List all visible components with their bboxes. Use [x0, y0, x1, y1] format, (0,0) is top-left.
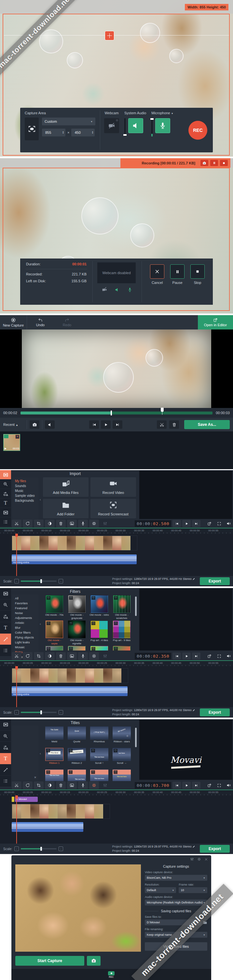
category-color-filters[interactable]: Color filters [13, 630, 38, 635]
video-preview[interactable] [139, 589, 232, 651]
properties-button[interactable] [67, 652, 77, 660]
category-mosaic[interactable]: Mosaic [13, 645, 38, 649]
filter-item[interactable]: ♡ Old movie - grayscale [67, 595, 87, 620]
properties-button[interactable] [67, 520, 77, 527]
previous-frame-button[interactable] [173, 520, 181, 527]
nav-item-backgrounds[interactable]: Backgrounds [13, 498, 38, 503]
capture-height-stepper[interactable]: 450 ▲▼ [71, 129, 95, 137]
pause-button[interactable] [210, 160, 218, 166]
heart-icon[interactable]: ♡ [114, 622, 118, 625]
undo-button[interactable]: Undo [27, 315, 54, 329]
recent-toggle[interactable]: Recent ▲ [3, 423, 24, 426]
delete-button[interactable] [56, 781, 66, 789]
sidebar-item-filters[interactable] [0, 633, 11, 645]
category-featured[interactable]: Featured [13, 606, 38, 611]
heart-icon[interactable]: ♡ [114, 770, 117, 774]
volume-button[interactable] [225, 782, 233, 789]
settings-button[interactable] [89, 652, 99, 660]
screenshot-button[interactable] [200, 160, 208, 166]
rotate-button[interactable] [23, 781, 33, 789]
properties-button[interactable] [67, 781, 77, 789]
audio-device-select[interactable]: Microphone (Realtek High Definition Audi… [145, 900, 207, 905]
playhead[interactable] [111, 410, 112, 415]
audio-track-clip[interactable] [12, 822, 83, 832]
sidebar-item-more[interactable] [0, 517, 11, 527]
color-adjustments-button[interactable] [45, 520, 55, 527]
video-track-clip[interactable] [12, 536, 137, 550]
cut-button[interactable] [12, 520, 22, 527]
fullscreen-button[interactable] [215, 652, 223, 660]
close-icon[interactable]: ✕ [34, 776, 36, 779]
share-button[interactable] [205, 782, 214, 789]
pencil-icon[interactable] [192, 578, 195, 581]
category-favorites[interactable]: Favorites [13, 601, 38, 606]
heart-icon[interactable]: ♡ [69, 622, 73, 625]
tools-button[interactable] [100, 652, 110, 660]
delete-capture-icon[interactable]: ✕ [15, 435, 19, 439]
title-item[interactable]: text here♡ Scroll → [112, 748, 132, 769]
redo-button[interactable]: Redo [54, 315, 80, 329]
crop-button[interactable] [34, 652, 44, 660]
slider-thumb[interactable] [151, 118, 154, 120]
video-track-clip[interactable] [12, 668, 128, 683]
capture-preset-select[interactable]: Custom ▼ [42, 118, 95, 125]
audio-track-clip[interactable]: morning-extra [12, 686, 128, 696]
open-in-editor-button[interactable]: Open in Editor [198, 315, 233, 329]
scale-thumb[interactable] [40, 710, 42, 714]
scale-thumb[interactable] [40, 847, 42, 851]
next-frame-button[interactable] [192, 782, 200, 789]
title-item[interactable]: Title text here♡ [112, 769, 132, 781]
title-item[interactable]: Title text here♡ [67, 769, 87, 781]
video-preview[interactable] [139, 471, 232, 519]
next-frame-button[interactable] [192, 652, 200, 660]
voiceover-button[interactable] [78, 520, 88, 527]
sidebar-item-import[interactable] [0, 588, 11, 600]
sidebar-item-transitions[interactable] [0, 489, 11, 498]
play-button[interactable] [182, 782, 191, 789]
scale-slider[interactable] [21, 581, 57, 582]
microphone-icon[interactable] [127, 286, 132, 293]
sidebar-item-import[interactable] [0, 719, 11, 730]
system-audio-toggle-button[interactable] [128, 118, 143, 133]
capture-frame-move-handle[interactable] [105, 31, 114, 40]
title-item[interactable]: Title text here♡ Scroll ↑ [89, 748, 109, 769]
heart-icon[interactable]: ♡ [69, 770, 73, 774]
zoom-out-button[interactable]: ▫ [14, 710, 19, 715]
heart-icon[interactable]: ♡ [46, 622, 51, 625]
microphone-toggle-button[interactable] [155, 118, 170, 133]
heart-icon[interactable]: ♡ [69, 647, 73, 651]
volume-button[interactable] [225, 652, 233, 660]
delete-button[interactable] [169, 420, 179, 429]
cut-button[interactable] [12, 781, 22, 789]
resolution-select[interactable]: Default▼ [145, 887, 176, 893]
start-capture-button[interactable]: Start Capture [15, 956, 84, 966]
filter-item-selected[interactable]: ♡ Old movie - sepia [44, 620, 65, 646]
share-button[interactable] [205, 520, 214, 527]
speaker-icon[interactable] [114, 286, 120, 293]
capture-width-stepper[interactable]: 855 ▲▼ [42, 129, 65, 137]
filter-item[interactable]: ♡ [89, 646, 109, 651]
pause-button[interactable] [170, 264, 184, 279]
category-artistic[interactable]: Artistic [13, 620, 38, 625]
title-track-clip[interactable]: T Movavi [15, 797, 38, 802]
title-item-selected[interactable]: The End♡ Ribbon 1 [44, 748, 65, 769]
heart-icon[interactable]: ♡ [92, 647, 95, 651]
sidebar-item-search[interactable] [0, 600, 11, 611]
heart-icon[interactable]: ♡ [46, 647, 51, 651]
capture-area-button[interactable] [25, 118, 39, 140]
category-all[interactable]: All [13, 596, 38, 601]
record-screencast-button[interactable]: Record Screencast [90, 499, 136, 518]
heart-icon[interactable]: ♡ [114, 749, 117, 752]
timeline-playhead[interactable] [16, 795, 17, 843]
video-preview[interactable]: Movavi [139, 720, 232, 780]
new-capture-button[interactable]: New Capture [0, 315, 27, 329]
filter-item[interactable]: ♡ Pop art - 4 tiles [89, 620, 109, 646]
recent-capture-thumbnail[interactable]: ✕ ▶ 00:03 [3, 434, 20, 451]
export-button[interactable]: Export [200, 708, 230, 716]
gear-icon[interactable] [197, 857, 201, 861]
scale-slider[interactable] [21, 848, 57, 850]
filter-item[interactable]: ♡ Old movie - scratches [112, 595, 132, 620]
title-item[interactable]: ( TITLE TEXT ) Rhombus [89, 726, 109, 748]
scrollbar[interactable] [135, 597, 137, 616]
sidebar-item-filters[interactable] [0, 764, 11, 776]
